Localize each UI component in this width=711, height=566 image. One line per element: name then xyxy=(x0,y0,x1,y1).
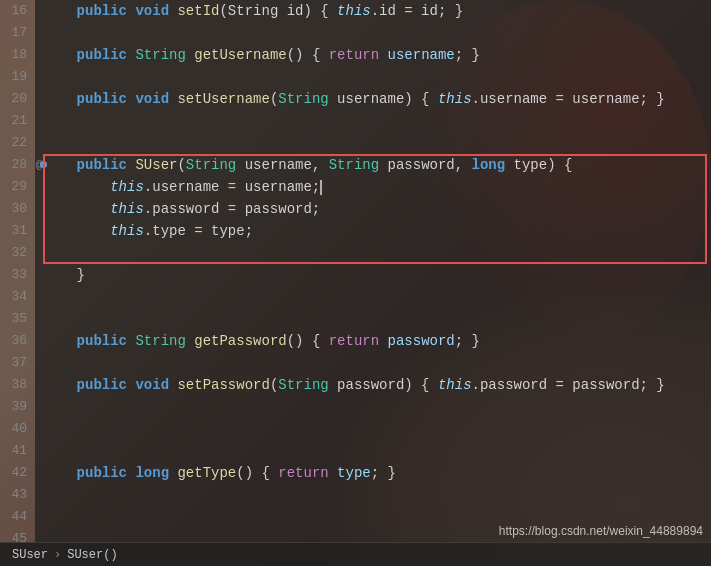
token xyxy=(379,47,387,63)
line-number: 45 xyxy=(0,528,35,542)
code-line: 29 this.username = username; xyxy=(0,176,711,198)
code-area[interactable]: 16 public void setId(String id) { this.i… xyxy=(0,0,711,542)
line-content xyxy=(35,22,711,44)
line-content xyxy=(35,132,711,154)
code-line: 39 xyxy=(0,396,711,418)
token: () { xyxy=(287,333,329,349)
code-line: 20 public void setUsername(String userna… xyxy=(0,88,711,110)
code-line: 43 xyxy=(0,484,711,506)
token xyxy=(43,333,77,349)
line-number: 20 xyxy=(0,88,35,110)
token: ( xyxy=(177,157,185,173)
token: this xyxy=(337,3,371,19)
token: getUsername xyxy=(194,47,286,63)
token: username xyxy=(388,47,455,63)
code-line: 34 xyxy=(0,286,711,308)
code-line: 33 } xyxy=(0,264,711,286)
token xyxy=(43,91,77,107)
line-content xyxy=(35,66,711,88)
token xyxy=(43,157,77,173)
line-content: } xyxy=(35,264,711,286)
line-content xyxy=(35,286,711,308)
line-content: this.username = username; xyxy=(35,176,711,198)
line-number: 44 xyxy=(0,506,35,528)
token: this xyxy=(438,91,472,107)
token: String xyxy=(135,333,185,349)
token: public xyxy=(77,3,127,19)
token: ; } xyxy=(371,465,396,481)
cursor xyxy=(320,180,322,195)
token: public xyxy=(77,465,127,481)
token: return xyxy=(278,465,328,481)
line-number: 39 xyxy=(0,396,35,418)
token: void xyxy=(135,377,169,393)
token: ; } xyxy=(455,47,480,63)
token: type) { xyxy=(505,157,572,173)
code-line: 32 xyxy=(0,242,711,264)
line-number: 38 xyxy=(0,374,35,396)
token: username, xyxy=(236,157,328,173)
token xyxy=(186,47,194,63)
code-line: 18 public String getUsername() { return … xyxy=(0,44,711,66)
token: return xyxy=(329,333,379,349)
line-content: public void setId(String id) { this.id =… xyxy=(35,0,711,22)
breadcrumb-item-suser: SUser xyxy=(12,548,48,562)
line-content xyxy=(35,110,711,132)
token: public xyxy=(77,91,127,107)
token: type xyxy=(337,465,371,481)
token: String xyxy=(135,47,185,63)
token: String xyxy=(186,157,236,173)
line-number: 42 xyxy=(0,462,35,484)
token: String xyxy=(329,157,379,173)
line-content xyxy=(35,396,711,418)
code-editor: 16 public void setId(String id) { this.i… xyxy=(0,0,711,566)
line-content xyxy=(35,418,711,440)
line-number: 19 xyxy=(0,66,35,88)
line-number: 28 xyxy=(0,154,35,176)
line-number: 35 xyxy=(0,308,35,330)
code-line: 22 xyxy=(0,132,711,154)
line-number: 40 xyxy=(0,418,35,440)
token: this xyxy=(438,377,472,393)
line-number: 16 xyxy=(0,0,35,22)
line-number: 43 xyxy=(0,484,35,506)
code-line: 16 public void setId(String id) { this.i… xyxy=(0,0,711,22)
code-line: 17 xyxy=(0,22,711,44)
token: password xyxy=(388,333,455,349)
code-line: 21 xyxy=(0,110,711,132)
token: public xyxy=(77,157,127,173)
line-content: this.password = password; xyxy=(35,198,711,220)
token xyxy=(186,333,194,349)
code-line: 19 xyxy=(0,66,711,88)
line-number: 21 xyxy=(0,110,35,132)
line-number: 32 xyxy=(0,242,35,264)
breadcrumb-separator: › xyxy=(54,548,61,562)
token: void xyxy=(135,3,169,19)
token xyxy=(43,465,77,481)
line-number: 31 xyxy=(0,220,35,242)
line-number: 36 xyxy=(0,330,35,352)
token: this xyxy=(110,201,144,217)
breadcrumb-item-constructor: SUser() xyxy=(67,548,117,562)
line-content xyxy=(35,242,711,264)
code-line: 36 public String getPassword() { return … xyxy=(0,330,711,352)
token: ; } xyxy=(455,333,480,349)
token: (String id) { xyxy=(219,3,337,19)
token: String xyxy=(278,377,328,393)
line-number: 17 xyxy=(0,22,35,44)
token: password) { xyxy=(329,377,438,393)
token: this xyxy=(110,223,144,239)
line-content xyxy=(35,440,711,462)
token xyxy=(43,377,77,393)
token: SUser xyxy=(135,157,177,173)
line-number: 29 xyxy=(0,176,35,198)
breadcrumb-bar: SUser › SUser() xyxy=(0,542,711,566)
line-number: 41 xyxy=(0,440,35,462)
line-number: 33 xyxy=(0,264,35,286)
token xyxy=(43,47,77,63)
line-content: public long getType() { return type; } xyxy=(35,462,711,484)
code-line: 38 public void setPassword(String passwo… xyxy=(0,374,711,396)
code-line: 31 this.type = type; xyxy=(0,220,711,242)
token: () { xyxy=(287,47,329,63)
token: .type = type; xyxy=(144,223,253,239)
